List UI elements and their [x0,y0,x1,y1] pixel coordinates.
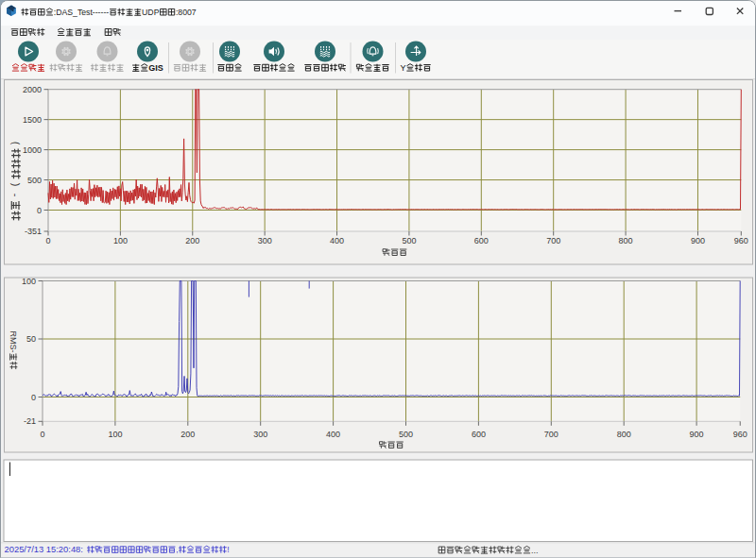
svg-text:500: 500 [27,176,42,185]
svg-text::DAS_Test------: :DAS_Test------ [54,8,110,17]
svg-text:900: 900 [690,430,704,439]
svg-text::8007: :8007 [176,8,197,17]
svg-text:960: 960 [734,236,748,245]
svg-text:Y: Y [401,63,406,73]
svg-text:...: ... [531,546,539,555]
svg-text:2025/7/13 15:20:48:: 2025/7/13 15:20:48: [5,544,83,554]
svg-text:400: 400 [330,236,344,245]
svg-text:50: 50 [26,334,36,344]
svg-text:700: 700 [544,430,558,439]
svg-text:): ) [10,183,22,187]
svg-text:RMS-: RMS- [9,331,18,353]
svg-text:960: 960 [733,430,747,439]
svg-text:0: 0 [40,430,44,439]
svg-text:600: 600 [474,236,489,245]
svg-text:!: ! [227,545,229,554]
svg-text:900: 900 [691,236,705,245]
svg-text:400: 400 [326,430,340,439]
svg-text:100: 100 [108,430,122,439]
svg-text:200: 200 [180,430,195,439]
svg-text:-351: -351 [25,227,42,236]
svg-text:100: 100 [22,277,36,286]
svg-text:0: 0 [45,236,50,245]
svg-text:UDP: UDP [142,8,160,17]
svg-text:500: 500 [399,430,413,439]
svg-text:2000: 2000 [23,85,42,94]
svg-text:-: - [10,194,22,197]
svg-text:1000: 1000 [23,145,42,155]
svg-text:1500: 1500 [23,115,42,125]
svg-text:-21: -21 [24,416,36,426]
svg-text:800: 800 [619,236,633,245]
svg-text:600: 600 [472,430,486,439]
svg-text:200: 200 [185,236,199,245]
svg-text:GIS: GIS [148,63,163,73]
svg-text:100: 100 [113,236,128,245]
svg-text:,: , [176,545,178,554]
svg-text:300: 300 [253,430,267,439]
svg-text:300: 300 [258,236,272,245]
svg-text:(: ( [10,142,22,145]
svg-text:0: 0 [31,393,36,402]
svg-text:500: 500 [402,236,416,245]
svg-text:700: 700 [546,236,560,245]
svg-text:800: 800 [617,430,631,439]
svg-text:0: 0 [37,206,42,215]
